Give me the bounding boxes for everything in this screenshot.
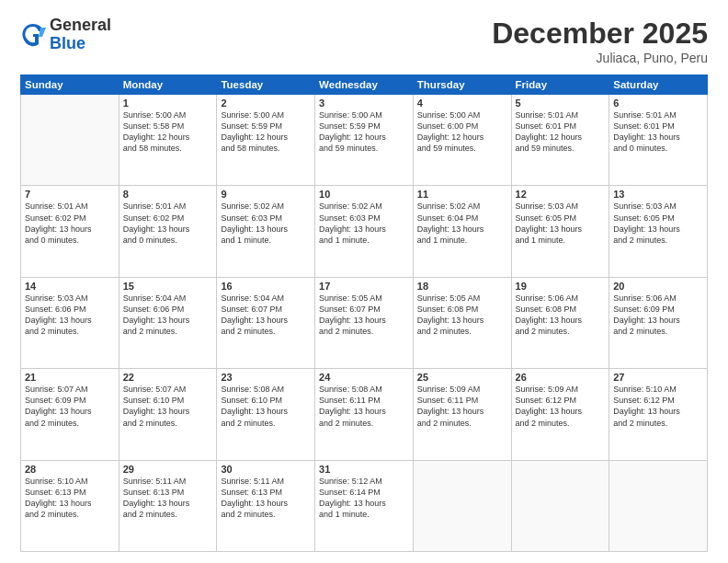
- day-number: 27: [613, 372, 703, 383]
- day-info: Sunrise: 5:00 AM Sunset: 5:58 PM Dayligh…: [123, 109, 213, 155]
- calendar-cell: 1Sunrise: 5:00 AM Sunset: 5:58 PM Daylig…: [119, 95, 217, 186]
- calendar-cell: 12Sunrise: 5:03 AM Sunset: 6:05 PM Dayli…: [511, 186, 609, 277]
- calendar-cell: 15Sunrise: 5:04 AM Sunset: 6:06 PM Dayli…: [119, 277, 217, 368]
- calendar-cell: 4Sunrise: 5:00 AM Sunset: 6:00 PM Daylig…: [413, 95, 511, 186]
- day-number: 20: [613, 281, 703, 292]
- day-info: Sunrise: 5:02 AM Sunset: 6:03 PM Dayligh…: [319, 201, 409, 246]
- weekday-header-sunday: Sunday: [21, 75, 119, 95]
- day-info: Sunrise: 5:03 AM Sunset: 6:05 PM Dayligh…: [516, 201, 606, 246]
- day-info: Sunrise: 5:00 AM Sunset: 5:59 PM Dayligh…: [319, 109, 409, 155]
- calendar-cell: 21Sunrise: 5:07 AM Sunset: 6:09 PM Dayli…: [21, 369, 119, 460]
- weekday-header-friday: Friday: [511, 75, 609, 95]
- calendar-cell: [21, 95, 119, 186]
- day-info: Sunrise: 5:07 AM Sunset: 6:09 PM Dayligh…: [25, 384, 115, 429]
- day-info: Sunrise: 5:10 AM Sunset: 6:13 PM Dayligh…: [25, 476, 115, 521]
- day-number: 5: [516, 98, 606, 109]
- day-number: 26: [516, 372, 606, 383]
- logo-text: General Blue: [50, 17, 111, 53]
- calendar-cell: 9Sunrise: 5:02 AM Sunset: 6:03 PM Daylig…: [217, 186, 315, 277]
- day-number: 23: [221, 372, 311, 383]
- calendar-cell: 2Sunrise: 5:00 AM Sunset: 5:59 PM Daylig…: [217, 95, 315, 186]
- calendar-cell: 30Sunrise: 5:11 AM Sunset: 6:13 PM Dayli…: [217, 460, 315, 551]
- logo: General Blue: [20, 17, 111, 53]
- calendar-cell: 10Sunrise: 5:02 AM Sunset: 6:03 PM Dayli…: [315, 186, 414, 277]
- weekday-header-tuesday: Tuesday: [217, 75, 315, 95]
- calendar-cell: 5Sunrise: 5:01 AM Sunset: 6:01 PM Daylig…: [511, 95, 609, 186]
- calendar-cell: 18Sunrise: 5:05 AM Sunset: 6:08 PM Dayli…: [413, 277, 511, 368]
- day-info: Sunrise: 5:01 AM Sunset: 6:01 PM Dayligh…: [613, 109, 703, 155]
- day-info: Sunrise: 5:10 AM Sunset: 6:12 PM Dayligh…: [613, 384, 703, 429]
- calendar-cell: 14Sunrise: 5:03 AM Sunset: 6:06 PM Dayli…: [21, 277, 119, 368]
- weekday-header-wednesday: Wednesday: [315, 75, 414, 95]
- day-number: 28: [25, 464, 115, 475]
- day-number: 15: [123, 281, 213, 292]
- day-number: 1: [123, 98, 213, 109]
- day-info: Sunrise: 5:01 AM Sunset: 6:02 PM Dayligh…: [25, 201, 115, 246]
- weekday-header-row: SundayMondayTuesdayWednesdayThursdayFrid…: [21, 75, 708, 95]
- calendar-cell: 23Sunrise: 5:08 AM Sunset: 6:10 PM Dayli…: [217, 369, 315, 460]
- calendar-cell: 19Sunrise: 5:06 AM Sunset: 6:08 PM Dayli…: [511, 277, 609, 368]
- day-info: Sunrise: 5:07 AM Sunset: 6:10 PM Dayligh…: [123, 384, 213, 429]
- month-title: December 2025: [492, 17, 708, 51]
- day-number: 31: [319, 464, 409, 475]
- day-info: Sunrise: 5:08 AM Sunset: 6:11 PM Dayligh…: [319, 384, 409, 429]
- day-info: Sunrise: 5:03 AM Sunset: 6:05 PM Dayligh…: [613, 201, 703, 246]
- day-number: 17: [319, 281, 409, 292]
- day-number: 18: [417, 281, 507, 292]
- calendar-week-row: 14Sunrise: 5:03 AM Sunset: 6:06 PM Dayli…: [21, 277, 708, 368]
- day-info: Sunrise: 5:00 AM Sunset: 6:00 PM Dayligh…: [417, 109, 507, 155]
- day-info: Sunrise: 5:06 AM Sunset: 6:09 PM Dayligh…: [613, 293, 703, 338]
- day-number: 29: [123, 464, 213, 475]
- calendar-cell: 26Sunrise: 5:09 AM Sunset: 6:12 PM Dayli…: [511, 369, 609, 460]
- calendar: SundayMondayTuesdayWednesdayThursdayFrid…: [20, 75, 708, 552]
- logo-blue-text: Blue: [50, 35, 111, 53]
- logo-icon: [20, 22, 46, 48]
- header: General Blue December 2025 Juliaca, Puno…: [20, 17, 708, 65]
- calendar-week-row: 21Sunrise: 5:07 AM Sunset: 6:09 PM Dayli…: [21, 369, 708, 460]
- location: Juliaca, Puno, Peru: [492, 51, 708, 65]
- day-number: 14: [25, 281, 115, 292]
- logo-general-text: General: [50, 17, 111, 35]
- day-number: 12: [516, 189, 606, 200]
- day-info: Sunrise: 5:09 AM Sunset: 6:11 PM Dayligh…: [417, 384, 507, 429]
- calendar-cell: 11Sunrise: 5:02 AM Sunset: 6:04 PM Dayli…: [413, 186, 511, 277]
- weekday-header-thursday: Thursday: [413, 75, 511, 95]
- day-number: 8: [123, 189, 213, 200]
- weekday-header-monday: Monday: [119, 75, 217, 95]
- calendar-cell: [609, 460, 708, 551]
- day-number: 10: [319, 189, 409, 200]
- day-info: Sunrise: 5:01 AM Sunset: 6:02 PM Dayligh…: [123, 201, 213, 246]
- day-number: 11: [417, 189, 507, 200]
- day-number: 3: [319, 98, 409, 109]
- calendar-cell: 24Sunrise: 5:08 AM Sunset: 6:11 PM Dayli…: [315, 369, 414, 460]
- calendar-cell: 20Sunrise: 5:06 AM Sunset: 6:09 PM Dayli…: [609, 277, 708, 368]
- calendar-cell: [511, 460, 609, 551]
- calendar-cell: 25Sunrise: 5:09 AM Sunset: 6:11 PM Dayli…: [413, 369, 511, 460]
- day-info: Sunrise: 5:05 AM Sunset: 6:07 PM Dayligh…: [319, 293, 409, 338]
- day-info: Sunrise: 5:00 AM Sunset: 5:59 PM Dayligh…: [221, 109, 311, 155]
- title-block: December 2025 Juliaca, Puno, Peru: [492, 17, 708, 65]
- day-number: 21: [25, 372, 115, 383]
- day-info: Sunrise: 5:06 AM Sunset: 6:08 PM Dayligh…: [516, 293, 606, 338]
- weekday-header-saturday: Saturday: [609, 75, 708, 95]
- day-number: 7: [25, 189, 115, 200]
- day-number: 22: [123, 372, 213, 383]
- calendar-cell: 7Sunrise: 5:01 AM Sunset: 6:02 PM Daylig…: [21, 186, 119, 277]
- day-info: Sunrise: 5:11 AM Sunset: 6:13 PM Dayligh…: [123, 476, 213, 521]
- calendar-week-row: 28Sunrise: 5:10 AM Sunset: 6:13 PM Dayli…: [21, 460, 708, 551]
- calendar-cell: 16Sunrise: 5:04 AM Sunset: 6:07 PM Dayli…: [217, 277, 315, 368]
- calendar-week-row: 1Sunrise: 5:00 AM Sunset: 5:58 PM Daylig…: [21, 95, 708, 186]
- calendar-cell: 17Sunrise: 5:05 AM Sunset: 6:07 PM Dayli…: [315, 277, 414, 368]
- day-info: Sunrise: 5:04 AM Sunset: 6:06 PM Dayligh…: [123, 293, 213, 338]
- day-number: 2: [221, 98, 311, 109]
- calendar-cell: 6Sunrise: 5:01 AM Sunset: 6:01 PM Daylig…: [609, 95, 708, 186]
- calendar-cell: 8Sunrise: 5:01 AM Sunset: 6:02 PM Daylig…: [119, 186, 217, 277]
- calendar-week-row: 7Sunrise: 5:01 AM Sunset: 6:02 PM Daylig…: [21, 186, 708, 277]
- day-number: 16: [221, 281, 311, 292]
- day-info: Sunrise: 5:05 AM Sunset: 6:08 PM Dayligh…: [417, 293, 507, 338]
- day-info: Sunrise: 5:04 AM Sunset: 6:07 PM Dayligh…: [221, 293, 311, 338]
- day-info: Sunrise: 5:12 AM Sunset: 6:14 PM Dayligh…: [319, 476, 409, 521]
- calendar-cell: 22Sunrise: 5:07 AM Sunset: 6:10 PM Dayli…: [119, 369, 217, 460]
- calendar-cell: [413, 460, 511, 551]
- calendar-cell: 29Sunrise: 5:11 AM Sunset: 6:13 PM Dayli…: [119, 460, 217, 551]
